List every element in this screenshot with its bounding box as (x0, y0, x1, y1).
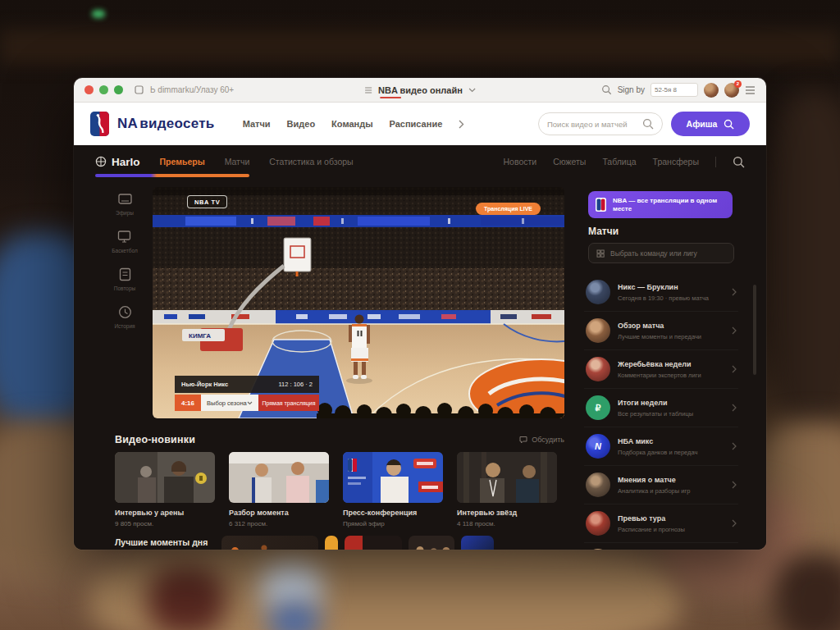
tab-list-icon (364, 87, 372, 94)
url-text[interactable]: Ь dimmarku/Улазу 60+ (150, 85, 234, 94)
extension-icon[interactable] (135, 85, 144, 94)
live-button[interactable]: Трансляция LIVE (476, 203, 541, 215)
score-teams: Нью-Йорк Никс (181, 381, 228, 388)
search-icon[interactable] (642, 118, 654, 130)
match-list: Никс — Бруклин Сегодня в 19:30 · превью … (584, 273, 738, 550)
close-window-button[interactable] (84, 85, 94, 94)
period-badge: 4:16 (175, 395, 201, 411)
match-list-item[interactable]: Превью тура Расписание и прогнозы (584, 504, 738, 543)
video-thumbnail[interactable] (229, 452, 329, 503)
video-card[interactable]: Интервью у арены 9 805 просм. (115, 452, 215, 527)
nav-item[interactable]: Команды (331, 119, 372, 129)
search-icon[interactable] (733, 156, 745, 168)
active-tab[interactable]: NBA видео онлайн (364, 78, 476, 103)
search-icon (724, 119, 734, 130)
section-title: Видео-новинки (115, 434, 195, 445)
avatar[interactable]: 2 (724, 83, 739, 98)
video-thumbnail[interactable] (343, 452, 443, 503)
rail-item-replays[interactable]: Повторы (114, 267, 135, 291)
chevron-right-icon[interactable] (459, 120, 464, 129)
nav-item[interactable]: Расписание (390, 119, 443, 129)
search-input[interactable] (547, 120, 637, 129)
nav-item[interactable]: Матчи (243, 119, 271, 129)
match-list-item[interactable]: Никс — Бруклин Сегодня в 19:30 · превью … (584, 273, 738, 312)
promo-banner[interactable]: NBA — все трансляции в одном месте (588, 191, 733, 218)
subnav-item[interactable]: Сюжеты (553, 157, 586, 167)
scrollbar[interactable] (753, 285, 756, 375)
match-list-item[interactable]: ₽ Итоги недели Все результаты и таблицы (584, 389, 738, 427)
video-title[interactable]: Разбор момента (229, 509, 329, 517)
nav-item[interactable]: Видео (287, 119, 316, 129)
video-card[interactable]: Разбор момента 6 312 просм. (229, 452, 329, 527)
header-nav: Матчи Видео Команды Расписание (243, 119, 465, 129)
background-blob (148, 566, 226, 630)
match-avatar (586, 472, 610, 497)
subnav-item[interactable]: Статистика и обзоры (269, 157, 353, 167)
subnav-item[interactable]: Новости (504, 157, 537, 167)
sign-in-label[interactable]: Sign by (618, 85, 645, 94)
video-title[interactable]: Пресс-конференция (343, 509, 443, 517)
subnav-home[interactable]: Harlo (95, 156, 140, 168)
nba-logo[interactable] (90, 112, 109, 136)
search-icon[interactable] (601, 84, 612, 95)
sidebar-heading: Матчи (588, 226, 619, 237)
card-icon (117, 191, 133, 207)
video-title[interactable]: Интервью звёзд (457, 509, 557, 517)
menu-icon[interactable] (745, 86, 756, 94)
rail-item-basketball[interactable]: Баскетбол (112, 229, 137, 253)
minimize-window-button[interactable] (99, 85, 108, 94)
chevron-down-icon[interactable] (468, 88, 476, 93)
video-thumbnail[interactable] (325, 536, 338, 550)
match-title: Жеребьёвка недели (618, 360, 724, 368)
team-filter[interactable]: Выбрать команду или лигу (588, 243, 734, 263)
video-thumbnail[interactable] (457, 452, 557, 503)
match-list-item[interactable] (584, 543, 738, 550)
video-views: 4 118 просм. (457, 520, 557, 527)
match-list-item[interactable]: Обзор матча Лучшие моменты и передачи (584, 312, 738, 350)
browser-window: Ь dimmarku/Улазу 60+ NBA видео онлайн Si… (74, 78, 766, 550)
discuss-link[interactable]: Обсудить (519, 436, 564, 444)
match-avatar: ₽ (586, 395, 610, 420)
rail-item-live[interactable]: Эфиры (116, 191, 134, 216)
chevron-right-icon (732, 326, 737, 335)
match-avatar (586, 357, 610, 381)
header-search[interactable] (538, 112, 663, 135)
video-thumbnail[interactable] (115, 452, 215, 503)
season-selector[interactable]: Выбор сезона (201, 395, 258, 411)
rail-item-history[interactable]: История (114, 304, 135, 329)
toolbar-right: Sign by 2 (601, 83, 756, 98)
match-title: Мнения о матче (618, 476, 724, 484)
video-card[interactable]: Пресс-конференция Прямой эфир (343, 452, 443, 527)
nba-logo (596, 198, 606, 212)
match-title: Итоги недели (618, 399, 724, 407)
video-card[interactable]: Интервью звёзд 4 118 просм. (457, 452, 557, 527)
video-title[interactable]: Интервью у арены (115, 509, 215, 517)
video-thumbnail[interactable] (461, 536, 494, 550)
subnav-item[interactable]: Матчи (225, 157, 250, 167)
match-list-item[interactable]: Мнения о матче Аналитика и разборы игр (584, 466, 738, 504)
subnav-item[interactable]: Трансферы (653, 157, 699, 167)
subnav-item[interactable]: Таблица (602, 157, 636, 167)
video-thumbnail[interactable] (409, 536, 454, 550)
subnav-item-active[interactable]: Премьеры (160, 157, 205, 167)
match-subtitle: Все результаты и таблицы (618, 410, 724, 418)
maximize-window-button[interactable] (114, 85, 123, 94)
video-thumbnail[interactable] (345, 536, 402, 550)
video-views: Прямой эфир (343, 520, 443, 527)
score-ticker: 4:16 Выбор сезона Прямая трансляция (175, 395, 319, 411)
bottom-thumbnails-row (221, 536, 494, 550)
cta-button[interactable]: Афиша (671, 112, 750, 136)
video-views: 6 312 просм. (229, 520, 329, 527)
match-list-item[interactable]: Жеребьёвка недели Комментарии экспертов … (584, 350, 738, 389)
match-avatar: N (586, 434, 610, 459)
main-content: Harlo Премьеры Матчи Статистика и обзоры… (74, 145, 766, 550)
avatar[interactable] (704, 83, 719, 98)
sign-in-field[interactable] (651, 83, 698, 97)
brand-name[interactable]: NAвидеосеть (117, 116, 215, 132)
live-video-player[interactable]: КИМГА (153, 187, 564, 418)
chevron-down-icon (247, 401, 253, 405)
video-thumbnail[interactable] (221, 536, 318, 550)
match-list-item[interactable]: N НБА микс Подборка данков и передач (584, 427, 738, 466)
score-bar: Нью-Йорк Никс 112 : 106 · 2 (175, 376, 319, 393)
divider (715, 157, 716, 167)
